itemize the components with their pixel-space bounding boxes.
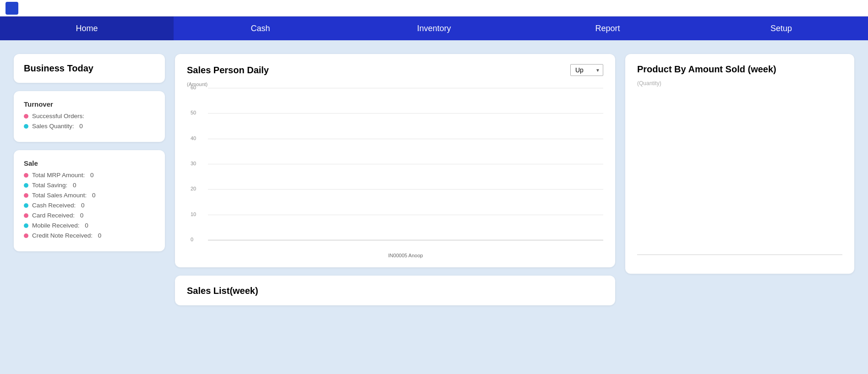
grid-40: 40 (208, 139, 603, 139)
label-60: 60 (191, 85, 196, 90)
sales-list-card: Sales List(week) (175, 276, 615, 305)
label-30: 30 (191, 161, 196, 166)
grid-60: 60 (208, 88, 603, 88)
chart-dropdown-wrapper[interactable]: Up Down (570, 64, 603, 76)
mobile-received-value: 0 (85, 222, 88, 229)
credit-note-value: 0 (98, 232, 102, 239)
total-sales-row: Total Sales Amount: 0 (24, 192, 155, 199)
main-content: Business Today Turnover Successful Order… (0, 40, 868, 305)
top-bar (0, 0, 868, 16)
total-mrp-label: Total MRP Amount: (32, 172, 87, 179)
turnover-title: Turnover (24, 100, 155, 108)
successful-orders-row: Successful Orders: (24, 113, 155, 119)
cash-received-row: Cash Received: 0 (24, 202, 155, 209)
label-10: 10 (191, 211, 196, 217)
y-axis-label: (Amount) (187, 81, 207, 87)
grid-lines: 60 50 40 30 20 (208, 88, 603, 240)
left-column: Business Today Turnover Successful Order… (14, 54, 165, 251)
dot-successful-orders (24, 114, 28, 119)
nav-inventory[interactable]: Inventory (347, 16, 521, 40)
right-column: Product By Amount Sold (week) (Quantity) (625, 54, 854, 274)
card-received-label: Card Received: (32, 212, 76, 219)
product-chart-baseline (637, 255, 842, 255)
grid-20: 20 (208, 189, 603, 190)
business-today-card: Business Today (14, 54, 165, 83)
bar-x-label: IN00005 Anoop (388, 253, 423, 258)
chart-plot-area: 60 50 40 30 20 (208, 88, 603, 240)
grid-10: 10 (208, 215, 603, 215)
dot-sales-amt (24, 193, 28, 198)
total-mrp-value: 0 (90, 172, 94, 179)
business-today-title: Business Today (24, 63, 155, 74)
sales-person-daily-card: Sales Person Daily Up Down (Amount) (175, 54, 615, 267)
sales-quantity-row: Sales Quantity: 0 (24, 123, 155, 130)
dot-saving (24, 183, 28, 188)
sale-card: Sale Total MRP Amount: 0 Total Saving: 0… (14, 150, 165, 251)
quantity-label: (Quantity) (637, 80, 842, 87)
card-received-value: 0 (80, 212, 84, 219)
label-50: 50 (191, 110, 196, 115)
sales-quantity-label: Sales Quantity: (32, 123, 76, 130)
dot-sales-quantity (24, 124, 28, 129)
product-card-wrapper: Product By Amount Sold (week) (Quantity) (625, 54, 854, 274)
product-by-amount-card: Product By Amount Sold (week) (Quantity) (625, 54, 854, 274)
grid-0: 0 (208, 240, 603, 240)
card-received-row: Card Received: 0 (24, 212, 155, 219)
product-chart-area (637, 90, 842, 255)
sales-list-title: Sales List(week) (187, 286, 603, 296)
mobile-received-label: Mobile Received: (32, 222, 81, 229)
turnover-card: Turnover Successful Orders: Sales Quanti… (14, 91, 165, 142)
dot-credit (24, 233, 28, 238)
mobile-received-row: Mobile Received: 0 (24, 222, 155, 229)
dot-mobile (24, 223, 28, 228)
x-axis-labels: IN00005 Anoop (208, 253, 603, 258)
sales-quantity-value: 0 (79, 123, 83, 130)
cash-received-label: Cash Received: (32, 202, 77, 209)
chart-title: Sales Person Daily (187, 65, 269, 76)
total-sales-label: Total Sales Amount: (32, 192, 88, 199)
dot-card (24, 213, 28, 218)
dot-cash (24, 203, 28, 208)
cash-received-value: 0 (81, 202, 85, 209)
mid-column: Sales Person Daily Up Down (Amount) (175, 54, 615, 305)
main-nav: Home Cash Inventory Report Setup (0, 16, 868, 40)
sale-title: Sale (24, 159, 155, 167)
chart-dropdown[interactable]: Up Down (570, 64, 603, 76)
label-40: 40 (191, 136, 196, 141)
nav-report[interactable]: Report (521, 16, 694, 40)
logo-icon (5, 2, 18, 15)
nav-setup[interactable]: Setup (694, 16, 868, 40)
grid-50: 50 (208, 113, 603, 114)
product-title: Product By Amount Sold (week) (637, 64, 842, 75)
total-saving-label: Total Saving: (32, 182, 69, 189)
label-20: 20 (191, 186, 196, 191)
credit-note-label: Credit Note Received: (32, 232, 94, 239)
total-saving-value: 0 (73, 182, 76, 189)
total-sales-value: 0 (92, 192, 96, 199)
grid-30: 30 (208, 164, 603, 164)
dot-mrp (24, 173, 28, 178)
nav-home[interactable]: Home (0, 16, 174, 40)
total-saving-row: Total Saving: 0 (24, 182, 155, 189)
nav-cash[interactable]: Cash (174, 16, 347, 40)
credit-note-row: Credit Note Received: 0 (24, 232, 155, 239)
successful-orders-label: Successful Orders: (32, 113, 84, 119)
chart-header: Sales Person Daily Up Down (187, 64, 603, 76)
label-0: 0 (191, 237, 193, 242)
total-mrp-row: Total MRP Amount: 0 (24, 172, 155, 179)
